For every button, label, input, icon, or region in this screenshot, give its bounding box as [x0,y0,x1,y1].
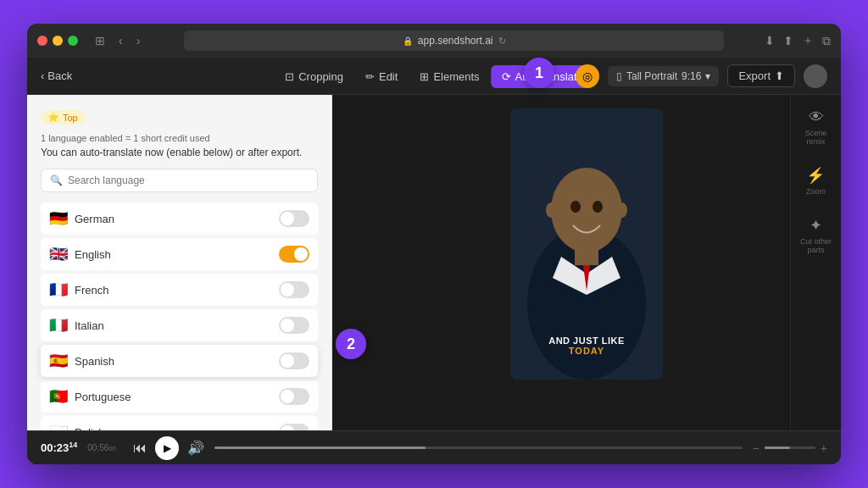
app-toolbar: ‹ Back ⊡ Cropping ✏ Edit ⊞ Elements ⟳ Au… [27,58,841,95]
export-icon: ⬆ [775,69,784,82]
zoom-button[interactable]: ⚡ Zoom [806,166,826,196]
scene-remix-button[interactable]: 👁 Sceneremix [805,108,827,146]
zoom-controls: − + [753,441,827,455]
portrait-chevron-icon: ▾ [705,70,710,82]
svg-point-2 [551,168,622,252]
zoom-in-button[interactable]: + [821,441,827,455]
flag-icon: 🇵🇱 [49,423,68,430]
portrait-ratio: 9:16 [682,70,701,82]
video-area: AND JUST LIKE TODAY 👁 Sceneremix ⚡ Zoom … [332,95,841,430]
main-content: ⭐ Top 1 language enabled = 1 short credi… [27,95,841,430]
elements-icon: ⊞ [420,70,429,83]
export-button[interactable]: Export ⬆ [727,64,795,87]
new-tab-icon[interactable]: ＋ [802,33,814,48]
cut-parts-button[interactable]: ✦ Cut otherparts [800,216,832,254]
right-sidebar: 👁 Sceneremix ⚡ Zoom ✦ Cut otherparts [790,95,841,430]
sidebar-tag: ⭐ Top [41,110,85,125]
bubble-2-container: 2 [336,329,366,359]
translate-icon: ⟳ [502,70,511,83]
portuguese-toggle[interactable] [279,388,309,405]
progress-bar[interactable] [214,446,742,449]
step-bubble-2: 2 [336,329,366,359]
french-toggle[interactable] [279,281,309,298]
edit-button[interactable]: ✏ Edit [355,65,408,88]
list-item: 🇵🇱 Polish [41,416,318,430]
search-box[interactable]: 🔍 [41,169,318,192]
prev-button[interactable]: ⏮ [133,441,147,456]
bubble-1-container: 1 [524,58,554,88]
mac-window: ⊞ ‹ › 🔒 app.sendshort.ai ↻ ⬇ ⬆ ＋ ⧉ ‹ Bac… [27,24,841,464]
sidebar-toggle[interactable]: ⊞ [92,32,108,49]
progress-area [214,446,742,449]
tabs-icon[interactable]: ⧉ [822,34,831,48]
progress-fill [214,446,426,449]
title-bar-right: ⬇ ⬆ ＋ ⧉ [765,33,831,48]
tag-label: Top [63,113,78,123]
list-item: 🇵🇹 Portuguese [41,380,318,413]
forward-nav[interactable]: › [133,32,144,49]
back-chevron-icon: ‹ [41,69,44,82]
flag-icon: 🇩🇪 [49,209,68,228]
back-button[interactable]: ‹ Back [41,69,72,82]
svg-point-5 [593,201,603,213]
download-icon[interactable]: ⬇ [765,34,775,47]
logo: ◎ [576,64,599,88]
lang-name: Portuguese [75,391,131,403]
lang-name: Polish [75,426,104,431]
search-icon: 🔍 [50,175,63,186]
lang-name: French [75,284,108,297]
language-list: 🇩🇪 German 🇬🇧 English 🇫🇷 [41,202,318,430]
list-item: 🇪🇸 Spanish [41,345,318,377]
player-controls: ⏮ ▶ 🔊 [133,436,204,460]
lang-name: Spanish [75,355,114,368]
back-label: Back [47,69,72,82]
minimize-button[interactable] [53,36,63,46]
nav-controls: ⊞ ‹ › [92,32,143,49]
url-bar[interactable]: 🔒 app.sendshort.ai ↻ [184,30,724,51]
close-button[interactable] [37,36,47,46]
zoom-out-button[interactable]: − [753,441,760,455]
subtitle-line2: TODAY [548,346,625,356]
search-input[interactable] [68,175,309,186]
bottom-player: 00:2314 00:5600 ⏮ ▶ 🔊 − + [27,430,841,464]
share-icon[interactable]: ⬆ [783,34,793,47]
maximize-button[interactable] [68,36,78,46]
list-item: 🇩🇪 German [41,202,318,235]
cut-icon: ✦ [810,216,822,235]
svg-point-4 [570,201,581,213]
polish-toggle[interactable] [279,424,309,430]
list-item: 🇫🇷 French [41,274,318,306]
spanish-toggle[interactable] [279,352,309,369]
list-item: 🇮🇹 Italian [41,309,318,341]
reload-icon: ↻ [498,36,506,47]
avatar [804,64,827,88]
video-container: AND JUST LIKE TODAY [510,108,663,380]
lock-icon: 🔒 [403,36,413,46]
traffic-lights [37,36,78,46]
volume-button[interactable]: 🔊 [187,440,204,456]
cropping-button[interactable]: ⊡ Cropping [275,65,353,88]
edit-label: Edit [379,70,398,83]
export-label: Export [738,69,771,82]
italian-toggle[interactable] [279,317,309,334]
flag-icon: 🇪🇸 [49,352,68,370]
portrait-button[interactable]: ▯ Tall Portrait 9:16 ▾ [608,66,719,86]
lang-name: German [75,213,114,225]
zoom-label: Zoom [806,187,826,196]
flag-icon: 🇫🇷 [49,280,68,299]
video-placeholder: AND JUST LIKE TODAY [510,108,663,380]
elements-button[interactable]: ⊞ Elements [409,65,489,88]
eye-icon: 👁 [809,108,824,126]
zoom-icon: ⚡ [806,166,825,185]
scene-remix-label: Sceneremix [805,129,827,146]
lang-name: Italian [75,319,104,332]
zoom-slider[interactable] [765,446,815,449]
svg-point-6 [546,202,556,218]
flag-icon: 🇬🇧 [49,245,68,263]
play-button[interactable]: ▶ [155,436,179,460]
back-nav[interactable]: ‹ [115,32,126,49]
portrait-label: Tall Portrait [626,70,677,82]
german-toggle[interactable] [279,210,309,227]
english-toggle[interactable] [279,246,309,263]
sidebar-desc: You can auto-translate now (enable below… [41,147,318,158]
